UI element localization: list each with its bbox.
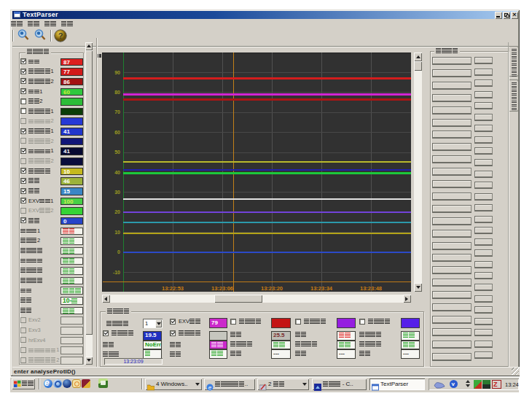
svg-text:e: e bbox=[208, 384, 212, 391]
svg-text:?: ? bbox=[58, 31, 63, 40]
